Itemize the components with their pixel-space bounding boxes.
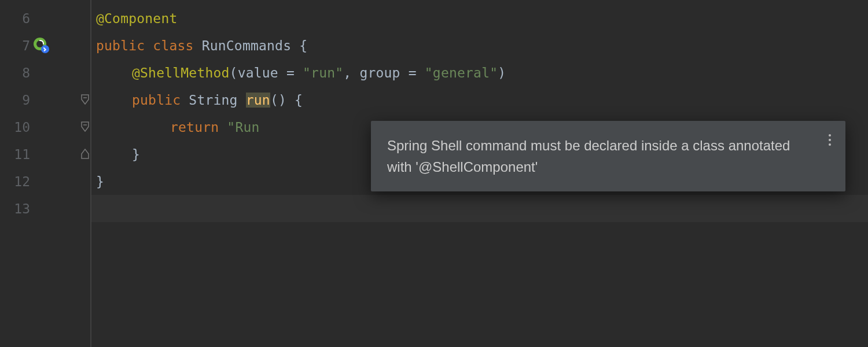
line-number: 13 — [0, 201, 30, 216]
inspection-tooltip: Spring Shell command must be declared in… — [371, 121, 845, 191]
line-number: 8 — [0, 65, 30, 80]
gutter-row: 7 — [0, 32, 90, 59]
method-token-highlighted: run — [246, 93, 270, 108]
string-token: "run" — [303, 65, 343, 80]
gutter-row: 12 — [0, 168, 90, 195]
string-token: "general" — [425, 65, 498, 80]
brace-token: } — [96, 174, 104, 189]
gutter: 6 7 8 9 10 — [0, 0, 91, 347]
fold-end-icon[interactable] — [81, 149, 89, 159]
type-token: String — [189, 93, 237, 108]
gutter-row: 11 — [0, 141, 90, 168]
fold-handle-icon[interactable] — [81, 94, 89, 105]
code-line-current[interactable] — [91, 195, 868, 222]
code-area[interactable]: @Component public class RunCommands { @S… — [91, 0, 868, 347]
gutter-row: 9 — [0, 86, 90, 113]
keyword-token: class — [153, 38, 193, 53]
brace-token: { — [291, 38, 307, 53]
fold-handle-icon[interactable] — [81, 121, 89, 132]
attr-token: group — [359, 65, 400, 80]
more-vert-icon — [829, 134, 831, 136]
brace-token: } — [132, 147, 140, 162]
code-line[interactable]: @Component — [91, 5, 868, 32]
keyword-token: return — [170, 120, 219, 135]
string-token: "Run — [227, 120, 259, 135]
attr-token: value — [238, 65, 278, 80]
spring-bean-icon[interactable] — [32, 36, 50, 54]
tooltip-more-actions-button[interactable] — [821, 131, 838, 149]
gutter-row: 6 — [0, 5, 90, 32]
code-line[interactable]: public class RunCommands { — [91, 32, 868, 59]
code-line[interactable]: @ShellMethod ( value = "run" , group = "… — [91, 59, 868, 86]
gutter-row: 13 — [0, 195, 90, 222]
line-number: 7 — [0, 38, 30, 53]
annotation-token: @ShellMethod — [132, 65, 230, 80]
classname-token: RunCommands — [202, 38, 292, 53]
signature-token: () { — [270, 93, 303, 108]
keyword-token: public — [132, 93, 181, 108]
code-editor[interactable]: 6 7 8 9 10 — [0, 0, 868, 347]
code-line[interactable]: public String run () { — [91, 86, 868, 113]
annotation-token: @Component — [96, 11, 177, 26]
line-number: 10 — [0, 120, 30, 135]
gutter-row: 10 — [0, 113, 90, 141]
inspection-message: Spring Shell command must be declared in… — [387, 138, 790, 175]
paren-token: ) — [498, 65, 506, 80]
line-number: 6 — [0, 11, 30, 26]
keyword-token: public — [96, 38, 145, 53]
gutter-row: 8 — [0, 59, 90, 86]
line-number: 12 — [0, 174, 30, 189]
line-number: 9 — [0, 93, 30, 108]
line-number: 11 — [0, 147, 30, 162]
paren-token: ( — [230, 65, 238, 80]
